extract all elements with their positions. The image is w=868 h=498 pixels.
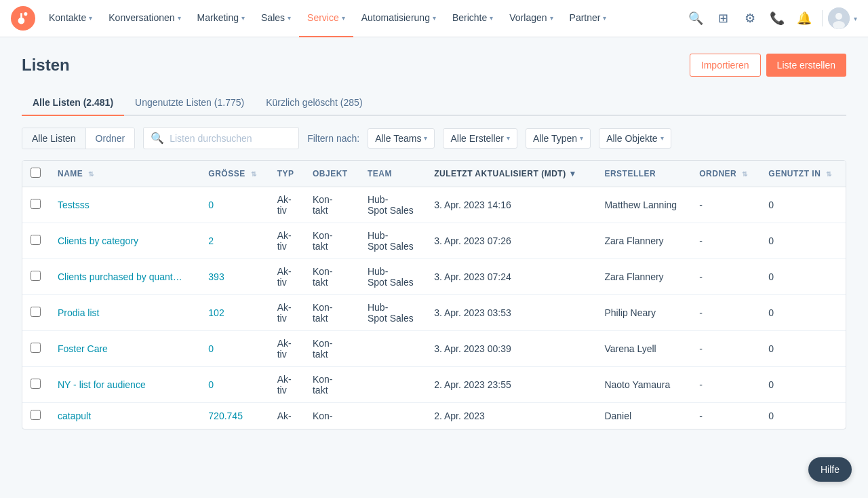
row-ordner: - [691, 295, 760, 331]
row-typ: Ak-tiv [269, 367, 304, 403]
row-objekt: Kon-takt [304, 259, 359, 295]
select-all-header [22, 161, 50, 187]
row-genutzt: 0 [760, 187, 846, 223]
row-name[interactable]: Prodia list [50, 295, 200, 331]
view-all-button[interactable]: Alle Listen [22, 128, 86, 149]
search-input[interactable] [170, 133, 292, 144]
row-genutzt: 0 [760, 403, 846, 429]
row-checkbox[interactable] [31, 307, 41, 317]
import-button[interactable]: Importieren [690, 54, 761, 77]
search-icon: 🔍 [151, 132, 164, 145]
tab-ungenutzte-listen[interactable]: Ungenutzte Listen (1.775) [124, 90, 255, 116]
row-team: Hub-Spot Sales [359, 259, 426, 295]
chevron-down-icon: ▾ [490, 14, 493, 22]
filter-teams-dropdown[interactable]: Alle Teams ▾ [368, 128, 435, 149]
row-team: Hub-Spot Sales [359, 223, 426, 259]
col-team: TEAM [359, 161, 426, 187]
row-team: Hub-Spot Sales [359, 187, 426, 223]
filter-objects-dropdown[interactable]: Alle Objekte ▾ [599, 128, 671, 149]
avatar-chevron-icon[interactable]: ▾ [854, 15, 857, 22]
row-checkbox[interactable] [31, 199, 41, 209]
row-typ: Ak-tiv [269, 331, 304, 367]
nav-sales[interactable]: Sales ▾ [253, 0, 299, 37]
row-genutzt: 0 [760, 331, 846, 367]
nav-automatisierung[interactable]: Automatisierung ▾ [353, 0, 444, 37]
tabs: Alle Listen (2.481) Ungenutzte Listen (1… [22, 90, 846, 116]
row-objekt: Kon-takt [304, 295, 359, 331]
col-genutzt[interactable]: GENUTZT IN ⇅ [760, 161, 846, 187]
col-aktualisiert[interactable]: ZULETZT AKTUALISIERT (MDT) ▼ [426, 161, 596, 187]
row-groesse: 102 [200, 295, 269, 331]
row-groesse: 393 [200, 259, 269, 295]
phone-button[interactable]: 📞 [765, 6, 789, 31]
col-groesse[interactable]: GRÖSSE ⇅ [200, 161, 269, 187]
row-groesse: 2 [200, 223, 269, 259]
nav-marketing[interactable]: Marketing ▾ [189, 0, 253, 37]
row-name[interactable]: NY - list for audience [50, 367, 200, 403]
row-ersteller: Daniel [596, 403, 691, 429]
table-row: Testsss0Ak-tivKon-taktHub-Spot Sales3. A… [22, 187, 846, 223]
nav-vorlagen[interactable]: Vorlagen ▾ [501, 0, 561, 37]
row-genutzt: 0 [760, 367, 846, 403]
table-row: Foster Care0Ak-tivKon-takt3. Apr. 2023 0… [22, 331, 846, 367]
row-typ: Ak-tiv [269, 223, 304, 259]
row-checkbox[interactable] [31, 379, 41, 389]
svg-point-3 [835, 13, 842, 20]
view-folder-button[interactable]: Ordner [86, 128, 135, 149]
row-checkbox[interactable] [31, 271, 41, 281]
nav-konversationen[interactable]: Konversationen ▾ [100, 0, 189, 37]
row-name[interactable]: Testsss [50, 187, 200, 223]
row-ordner: - [691, 403, 760, 429]
sort-active-icon: ▼ [569, 169, 577, 178]
chevron-down-icon: ▾ [288, 14, 291, 22]
row-typ: Ak- [269, 403, 304, 429]
row-name[interactable]: catapult [50, 403, 200, 429]
col-ordner[interactable]: ORDNER ⇅ [691, 161, 760, 187]
row-name[interactable]: Foster Care [50, 331, 200, 367]
create-list-button[interactable]: Liste erstellen [766, 54, 846, 77]
search-button[interactable]: 🔍 [684, 6, 708, 31]
row-genutzt: 0 [760, 295, 846, 331]
row-genutzt: 0 [760, 223, 846, 259]
row-aktualisiert: 3. Apr. 2023 03:53 [426, 295, 596, 331]
row-ersteller: Philip Neary [596, 295, 691, 331]
marketplace-button[interactable]: ⊞ [711, 6, 735, 31]
row-checkbox-cell [22, 223, 50, 259]
row-checkbox-cell [22, 187, 50, 223]
row-checkbox-cell [22, 403, 50, 429]
user-avatar[interactable] [828, 7, 850, 29]
row-aktualisiert: 3. Apr. 2023 14:16 [426, 187, 596, 223]
row-groesse: 0 [200, 331, 269, 367]
tab-geloeschte-listen[interactable]: Kürzlich gelöscht (285) [255, 90, 373, 116]
col-ersteller: ERSTELLER [596, 161, 691, 187]
chevron-down-icon: ▾ [580, 134, 583, 142]
chevron-down-icon: ▾ [241, 14, 245, 22]
row-checkbox[interactable] [31, 410, 41, 420]
row-checkbox[interactable] [31, 343, 41, 353]
nav-partner[interactable]: Partner ▾ [561, 0, 615, 37]
row-checkbox[interactable] [31, 235, 41, 245]
row-team [359, 367, 426, 403]
chevron-down-icon: ▾ [424, 134, 427, 142]
row-name[interactable]: Clients purchased by quant… [50, 259, 200, 295]
col-name[interactable]: NAME ⇅ [50, 161, 200, 187]
table-container: NAME ⇅ GRÖSSE ⇅ TYP OBJEKT TEAM ZULETZT … [22, 160, 846, 429]
settings-button[interactable]: ⚙ [738, 6, 762, 31]
select-all-checkbox[interactable] [31, 168, 41, 178]
nav-items: Kontakte ▾ Konversationen ▾ Marketing ▾ … [41, 0, 684, 37]
hubspot-logo[interactable] [11, 6, 35, 31]
nav-kontakte[interactable]: Kontakte ▾ [41, 0, 100, 37]
row-groesse: 0 [200, 187, 269, 223]
filter-creators-dropdown[interactable]: Alle Ersteller ▾ [443, 128, 517, 149]
tab-alle-listen[interactable]: Alle Listen (2.481) [22, 90, 124, 116]
row-objekt: Kon- [304, 403, 359, 429]
topnav: Kontakte ▾ Konversationen ▾ Marketing ▾ … [0, 0, 868, 37]
chevron-down-icon: ▾ [660, 134, 664, 142]
row-team: Hub-Spot Sales [359, 295, 426, 331]
notifications-button[interactable]: 🔔 [792, 6, 816, 31]
row-name[interactable]: Clients by category [50, 223, 200, 259]
svg-point-1 [24, 12, 27, 16]
filter-types-dropdown[interactable]: Alle Typen ▾ [526, 128, 591, 149]
nav-berichte[interactable]: Berichte ▾ [444, 0, 501, 37]
nav-service[interactable]: Service ▾ [299, 0, 353, 37]
